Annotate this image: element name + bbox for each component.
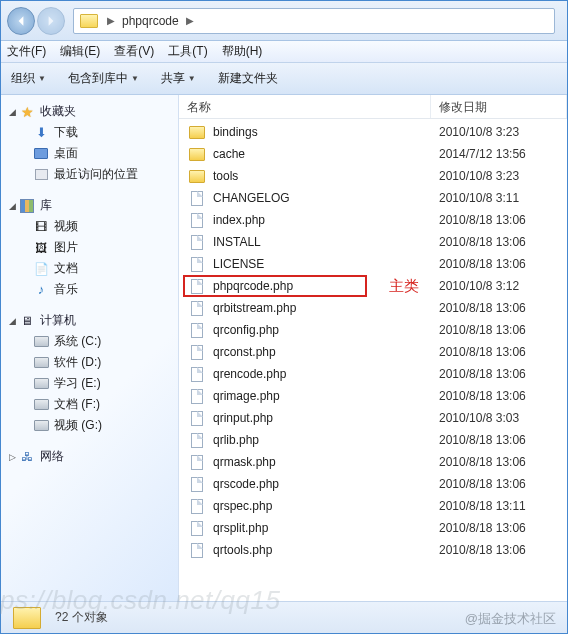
sidebar-item-drive-e[interactable]: 学习 (E:) [9, 373, 178, 394]
menu-file[interactable]: 文件(F) [7, 43, 46, 60]
sidebar-item-music[interactable]: 音乐 [9, 279, 178, 300]
expand-icon: ▷ [9, 452, 19, 462]
back-button[interactable] [7, 7, 35, 35]
file-date: 2010/10/8 3:11 [431, 191, 567, 205]
sidebar-item-image[interactable]: 图片 [9, 237, 178, 258]
sidebar-label: 收藏夹 [40, 103, 76, 120]
breadcrumb-sep: ▶ [183, 15, 197, 26]
sidebar-item-desktop[interactable]: 桌面 [9, 143, 178, 164]
chevron-down-icon: ▼ [131, 74, 139, 83]
file-name: LICENSE [213, 257, 264, 271]
sidebar-item-drive-d[interactable]: 软件 (D:) [9, 352, 178, 373]
content-pane: 名称 修改日期 bindings2010/10/8 3:23cache2014/… [179, 95, 567, 601]
file-name: qrscode.php [213, 477, 279, 491]
file-row[interactable]: bindings2010/10/8 3:23 [179, 121, 567, 143]
file-icon [189, 190, 205, 206]
file-row[interactable]: LICENSE2010/8/18 13:06 [179, 253, 567, 275]
image-icon [33, 240, 49, 256]
file-row[interactable]: phpqrcode.php2010/10/8 3:12主类 [179, 275, 567, 297]
folder-icon [189, 146, 205, 162]
file-row[interactable]: qrconst.php2010/8/18 13:06 [179, 341, 567, 363]
breadcrumb[interactable]: phpqrcode [118, 14, 183, 28]
desktop-icon [33, 146, 49, 162]
file-row[interactable]: tools2010/10/8 3:23 [179, 165, 567, 187]
sidebar-item-drive-g[interactable]: 视频 (G:) [9, 415, 178, 436]
file-row[interactable]: qrmask.php2010/8/18 13:06 [179, 451, 567, 473]
file-date: 2010/8/18 13:06 [431, 213, 567, 227]
sidebar-item-download[interactable]: ⬇下载 [9, 122, 178, 143]
file-row[interactable]: CHANGELOG2010/10/8 3:11 [179, 187, 567, 209]
file-icon [189, 520, 205, 536]
forward-button[interactable] [37, 7, 65, 35]
sidebar-head-favorites[interactable]: ◢ ★ 收藏夹 [9, 101, 178, 122]
file-name: qrsplit.php [213, 521, 268, 535]
menu-help[interactable]: 帮助(H) [222, 43, 263, 60]
sidebar-library: ◢ 库 视频 图片 文档 音乐 [9, 195, 178, 300]
star-icon: ★ [19, 104, 35, 120]
sidebar-head-network[interactable]: ▷ 网络 [9, 446, 178, 467]
file-name: qrspec.php [213, 499, 272, 513]
sidebar-label: 网络 [40, 448, 64, 465]
file-row[interactable]: qrspec.php2010/8/18 13:11 [179, 495, 567, 517]
file-row[interactable]: INSTALL2010/8/18 13:06 [179, 231, 567, 253]
sidebar-head-computer[interactable]: ◢ 计算机 [9, 310, 178, 331]
file-name: tools [213, 169, 238, 183]
file-date: 2010/8/18 13:11 [431, 499, 567, 513]
column-date[interactable]: 修改日期 [431, 95, 567, 118]
drive-icon [33, 334, 49, 350]
organize-button[interactable]: 组织▼ [11, 70, 46, 87]
file-row[interactable]: qrinput.php2010/10/8 3:03 [179, 407, 567, 429]
include-library-button[interactable]: 包含到库中▼ [68, 70, 139, 87]
file-date: 2010/10/8 3:12 [431, 279, 567, 293]
file-icon [189, 256, 205, 272]
menu-view[interactable]: 查看(V) [114, 43, 154, 60]
sidebar-item-document[interactable]: 文档 [9, 258, 178, 279]
file-date: 2010/8/18 13:06 [431, 367, 567, 381]
file-row[interactable]: qrtools.php2010/8/18 13:06 [179, 539, 567, 561]
file-row[interactable]: qrconfig.php2010/8/18 13:06 [179, 319, 567, 341]
file-row[interactable]: qrimage.php2010/8/18 13:06 [179, 385, 567, 407]
file-row[interactable]: qrbitstream.php2010/8/18 13:06 [179, 297, 567, 319]
file-name: bindings [213, 125, 258, 139]
menu-edit[interactable]: 编辑(E) [60, 43, 100, 60]
file-row[interactable]: qrencode.php2010/8/18 13:06 [179, 363, 567, 385]
file-list: bindings2010/10/8 3:23cache2014/7/12 13:… [179, 119, 567, 601]
file-name: qrconst.php [213, 345, 276, 359]
file-name: qrtools.php [213, 543, 272, 557]
file-row[interactable]: qrscode.php2010/8/18 13:06 [179, 473, 567, 495]
file-date: 2010/8/18 13:06 [431, 389, 567, 403]
sidebar-head-library[interactable]: ◢ 库 [9, 195, 178, 216]
new-folder-button[interactable]: 新建文件夹 [218, 70, 278, 87]
file-date: 2014/7/12 13:56 [431, 147, 567, 161]
file-icon [189, 498, 205, 514]
file-name: CHANGELOG [213, 191, 290, 205]
file-row[interactable]: index.php2010/8/18 13:06 [179, 209, 567, 231]
sidebar: ◢ ★ 收藏夹 ⬇下载 桌面 最近访问的位置 ◢ 库 视频 图片 文档 音乐 [1, 95, 179, 601]
file-name: cache [213, 147, 245, 161]
column-name[interactable]: 名称 [179, 95, 431, 118]
file-row[interactable]: qrsplit.php2010/8/18 13:06 [179, 517, 567, 539]
file-row[interactable]: cache2014/7/12 13:56 [179, 143, 567, 165]
library-icon [19, 198, 35, 214]
file-date: 2010/8/18 13:06 [431, 543, 567, 557]
computer-icon [19, 313, 35, 329]
sidebar-item-video[interactable]: 视频 [9, 216, 178, 237]
address-bar[interactable]: ▶ phpqrcode ▶ [73, 8, 555, 34]
drive-icon [33, 397, 49, 413]
sidebar-item-recent[interactable]: 最近访问的位置 [9, 164, 178, 185]
share-button[interactable]: 共享▼ [161, 70, 196, 87]
folder-icon [189, 168, 205, 184]
file-name: phpqrcode.php [213, 279, 293, 293]
sidebar-item-drive-c[interactable]: 系统 (C:) [9, 331, 178, 352]
drive-icon [33, 376, 49, 392]
file-icon [189, 322, 205, 338]
collapse-icon: ◢ [9, 107, 19, 117]
file-name: index.php [213, 213, 265, 227]
menu-tools[interactable]: 工具(T) [168, 43, 207, 60]
file-row[interactable]: qrlib.php2010/8/18 13:06 [179, 429, 567, 451]
sidebar-network: ▷ 网络 [9, 446, 178, 467]
file-date: 2010/8/18 13:06 [431, 521, 567, 535]
file-date: 2010/10/8 3:23 [431, 125, 567, 139]
sidebar-item-drive-f[interactable]: 文档 (F:) [9, 394, 178, 415]
file-name: qrbitstream.php [213, 301, 296, 315]
